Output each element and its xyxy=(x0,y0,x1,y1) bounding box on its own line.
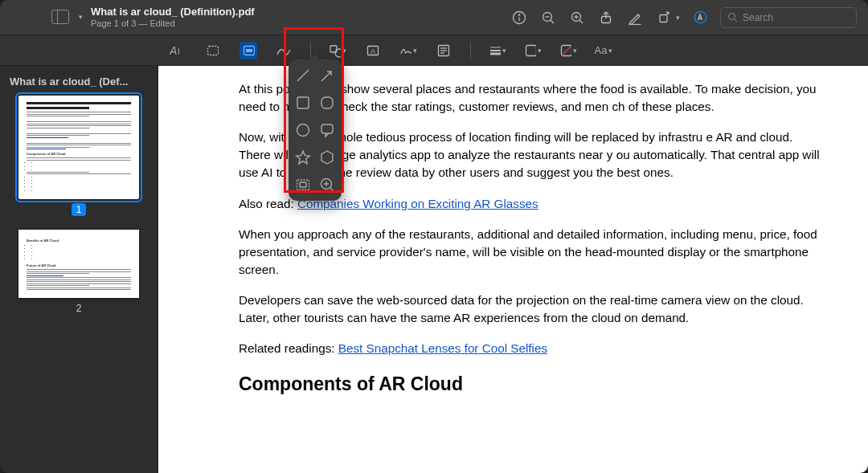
thumb-page-number: 2 xyxy=(76,303,82,314)
svg-point-23 xyxy=(335,49,341,57)
svg-rect-21 xyxy=(246,49,252,52)
rotate-menu-chevron-icon[interactable]: ▾ xyxy=(676,14,680,22)
markup-pencil-icon[interactable] xyxy=(626,9,644,27)
document-title-block: What is ar cloud_ (Definition).pdf Page … xyxy=(91,6,255,27)
redact-icon[interactable] xyxy=(240,42,257,59)
svg-point-40 xyxy=(297,124,309,137)
zoom-in-icon[interactable] xyxy=(568,9,586,27)
para-2a: Now, wit xyxy=(239,130,285,144)
sketch-icon[interactable] xyxy=(275,42,293,59)
svg-line-36 xyxy=(297,70,309,81)
svg-line-49 xyxy=(330,188,334,191)
svg-rect-19 xyxy=(208,46,219,55)
svg-line-35 xyxy=(562,46,571,55)
svg-rect-33 xyxy=(526,45,537,55)
related-readings-label: Related readings: xyxy=(239,341,335,355)
highlight-markup-icon[interactable] xyxy=(691,9,709,27)
para-1b: map will show several places and restaur… xyxy=(293,82,741,96)
heading-components: Components of AR Cloud xyxy=(239,373,825,395)
thumbnail-page-2[interactable]: Benefits of AR Cloud ••••• Future of AR … xyxy=(8,230,149,314)
shapes-dropdown-button[interactable]: ▾ xyxy=(329,42,346,59)
info-icon[interactable] xyxy=(510,9,528,27)
para-4: Developers can save the web-sourced data… xyxy=(239,292,825,327)
svg-line-16 xyxy=(735,19,737,22)
search-field[interactable]: Search xyxy=(720,7,857,28)
stroke-color-icon[interactable]: ▾ xyxy=(524,42,542,59)
text-box-icon[interactable]: A xyxy=(364,42,382,59)
svg-rect-44 xyxy=(297,180,309,190)
shape-speech-bubble-icon[interactable] xyxy=(317,120,337,140)
svg-point-14 xyxy=(694,11,706,22)
link-snapchat[interactable]: Best Snapchat Lenses for Cool Selfies xyxy=(338,341,547,355)
para-1a: At this po xyxy=(239,82,290,96)
svg-text:A: A xyxy=(170,44,177,57)
shapes-popover xyxy=(289,59,342,201)
titlebar: ▾ What is ar cloud_ (Definition).pdf Pag… xyxy=(0,0,868,35)
shape-line-icon[interactable] xyxy=(293,66,313,85)
svg-line-4 xyxy=(551,20,554,23)
shape-arrow-icon[interactable] xyxy=(317,66,337,85)
svg-rect-45 xyxy=(300,182,306,187)
markup-toolbar: AI ▾ A ▾ ▾ ▾ ▾ Aa▾ xyxy=(0,35,868,66)
thumbnails-sidebar: What is ar cloud_ (Def... Components of … xyxy=(0,66,158,473)
search-icon xyxy=(727,12,738,22)
fill-color-icon[interactable]: ▾ xyxy=(559,42,577,59)
search-placeholder: Search xyxy=(743,12,773,23)
svg-rect-38 xyxy=(297,97,309,108)
sidebar-toggle-button[interactable] xyxy=(51,10,69,24)
shape-rounded-square-icon[interactable] xyxy=(317,93,337,112)
rotate-icon[interactable] xyxy=(655,9,673,27)
view-menu-chevron-icon[interactable]: ▾ xyxy=(79,13,83,21)
svg-line-37 xyxy=(321,71,331,81)
shape-circle-icon[interactable] xyxy=(293,120,313,140)
zoom-out-icon[interactable] xyxy=(539,9,557,27)
svg-rect-13 xyxy=(660,14,667,22)
note-icon[interactable] xyxy=(435,42,452,59)
svg-marker-42 xyxy=(297,151,310,164)
svg-line-7 xyxy=(579,20,583,23)
document-filename: What is ar cloud_ (Definition).pdf xyxy=(91,6,255,18)
shape-loupe-icon[interactable] xyxy=(317,175,337,194)
also-read-label: Also read: xyxy=(239,197,294,210)
line-weight-icon[interactable]: ▾ xyxy=(489,42,506,59)
thumbnail-page-1[interactable]: Components of AR Cloud ••• ••••• 1 xyxy=(8,96,149,215)
document-page: At this po map will show several places … xyxy=(158,66,868,473)
toolbar-divider xyxy=(470,43,471,59)
svg-rect-39 xyxy=(321,97,333,108)
sidebar-title: What is ar cloud_ (Def... xyxy=(10,75,149,88)
rect-select-icon[interactable] xyxy=(204,42,222,59)
document-page-status: Page 1 of 3 — Edited xyxy=(91,18,255,28)
text-style-icon[interactable]: AI xyxy=(169,42,186,59)
shape-star-icon[interactable] xyxy=(293,148,313,167)
svg-rect-41 xyxy=(321,124,333,133)
svg-point-2 xyxy=(518,14,519,14)
share-icon[interactable] xyxy=(597,9,615,27)
shape-square-icon[interactable] xyxy=(293,93,313,112)
shape-hexagon-icon[interactable] xyxy=(317,148,337,167)
shape-mask-icon[interactable] xyxy=(293,175,313,194)
thumb-page-number: 1 xyxy=(72,203,87,216)
svg-text:A: A xyxy=(371,47,375,55)
font-format-icon[interactable]: Aa▾ xyxy=(595,42,612,59)
para-3: When you approach any of the restaurants… xyxy=(239,226,825,279)
sign-icon[interactable]: ▾ xyxy=(399,42,417,59)
svg-marker-43 xyxy=(321,151,333,164)
svg-point-15 xyxy=(729,14,735,20)
svg-text:I: I xyxy=(178,47,180,56)
